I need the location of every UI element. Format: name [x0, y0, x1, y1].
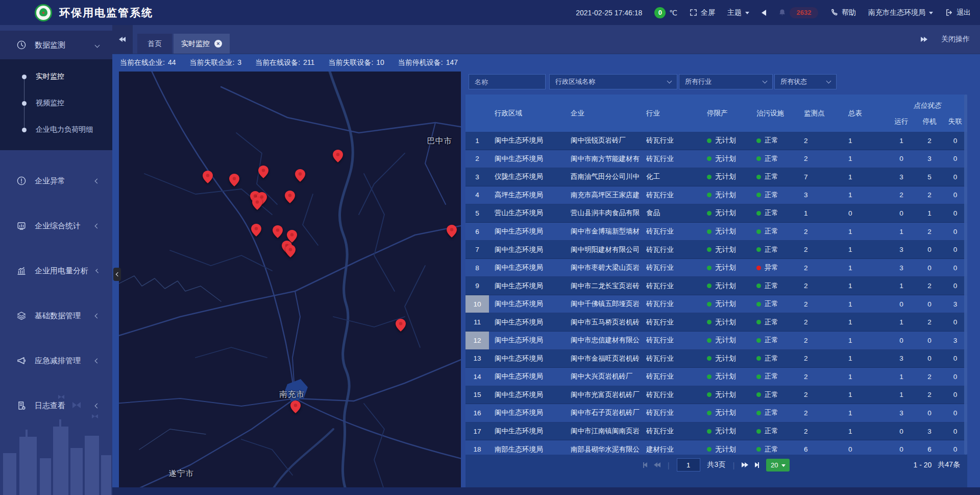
table-row[interactable]: 17阆中生态环境局阆中市江南镇阆南页岩砖瓦行业无计划正常21030: [465, 422, 967, 441]
name-search-input[interactable]: [469, 74, 546, 89]
map-pin-icon[interactable]: [273, 225, 283, 238]
map-pin-icon[interactable]: [295, 169, 305, 182]
close-operations-button[interactable]: 关闭操作: [941, 35, 970, 44]
sidebar-item-label: 企业异常: [35, 176, 87, 186]
table-row[interactable]: 1阆中生态环境局阆中强锐页岩砖厂砖瓦行业无计划正常21120: [465, 132, 967, 150]
table-row[interactable]: 12阆中生态环境局阆中市忠信建材有限公砖瓦行业无计划正常21003: [465, 332, 967, 350]
gauge-icon: [16, 40, 27, 50]
sidebar-item-2[interactable]: 企业综合统计: [0, 211, 112, 240]
cell-run: 2: [887, 186, 916, 204]
first-page-button[interactable]: [643, 462, 647, 468]
table-row[interactable]: 8阆中生态环境局阆中市枣碧大梁山页岩砖瓦行业无计划异常21300: [465, 259, 967, 277]
table-row[interactable]: 5营山生态环境局营山县润丰肉食品有限食品无计划正常10010: [465, 204, 967, 223]
notification-area[interactable]: 2632: [778, 7, 818, 18]
cell-run: 0: [887, 295, 916, 313]
table-row[interactable]: 15阆中生态环境局阆中市光富页岩机砖厂砖瓦行业无计划正常21120: [465, 386, 967, 405]
table-row[interactable]: 4高坪生态环境局南充市高坪区王家店建砖瓦行业无计划正常31220: [465, 186, 967, 205]
cell-facility-status: 正常: [751, 404, 798, 422]
sidebar-item-3[interactable]: 企业用电量分析: [0, 256, 112, 285]
table-row[interactable]: 9阆中生态环境局阆中市二龙长宝页岩砖砖瓦行业无计划正常21120: [465, 277, 967, 295]
map-pin-icon[interactable]: [258, 166, 268, 178]
map-panel[interactable]: 巴中市南充市遂宁市: [119, 72, 461, 487]
sidebar-item-4[interactable]: 基础数据管理: [0, 301, 112, 330]
sidebar-subitem[interactable]: 企业电力负荷明细: [0, 116, 112, 143]
tab-home[interactable]: 首页: [137, 34, 172, 54]
page-number-input[interactable]: [677, 458, 700, 472]
help-button[interactable]: 帮助: [830, 8, 856, 17]
cell-down: 2: [916, 386, 943, 404]
row-number: 15: [465, 386, 489, 404]
prev-page-button[interactable]: [654, 462, 660, 467]
cell-down: 0: [916, 350, 943, 368]
cell-lost: 0: [943, 204, 967, 222]
cell-industry: 食品: [641, 204, 701, 222]
cell-industry: 砖瓦行业: [641, 259, 701, 277]
table-row[interactable]: 10阆中生态环境局阆中千佛镇五郎垭页岩砖瓦行业无计划正常21003: [465, 295, 967, 314]
last-page-button[interactable]: [755, 462, 759, 468]
cell-company: 阆中市金福旺页岩机砖: [565, 350, 641, 368]
table-row[interactable]: 18南部生态环境局南部县砌华水泥有限公建材行业无计划正常60060: [465, 440, 967, 455]
table-row[interactable]: 16阆中生态环境局阆中市石子页岩机砖厂砖瓦行业无计划正常21300: [465, 404, 967, 422]
cell-monitor: 1: [798, 204, 843, 222]
page-size-select[interactable]: 20: [766, 459, 790, 472]
map-pin-icon[interactable]: [229, 174, 239, 186]
map-pin-icon[interactable]: [252, 197, 262, 210]
sidebar-item-6[interactable]: 日志查看: [0, 391, 112, 420]
table-row[interactable]: 6阆中生态环境局阆中市金博瑞新型墙材砖瓦行业无计划正常21120: [465, 223, 967, 241]
map-pin-icon[interactable]: [290, 400, 301, 413]
table-row[interactable]: 11阆中生态环境局阆中市五马桥页岩机砖砖瓦行业无计划正常21120: [465, 313, 967, 332]
industry-select[interactable]: 所有行业: [679, 74, 773, 89]
sidebar-item-1[interactable]: 企业异常: [0, 167, 112, 195]
table-row[interactable]: 2阆中生态环境局阆中市南方节能建材有砖瓦行业无计划正常21030: [465, 150, 967, 169]
sidebar-collapse-handle[interactable]: [113, 268, 121, 281]
cell-run: 3: [887, 259, 916, 277]
theme-dropdown[interactable]: 主题: [727, 8, 749, 17]
cell-region: 阆中生态环境局: [489, 422, 565, 440]
sidebar-subitem[interactable]: 实时监控: [0, 63, 112, 90]
table-scrollbar[interactable]: [964, 95, 967, 455]
status-label: 正常: [765, 191, 778, 200]
map-pin-icon[interactable]: [333, 150, 343, 162]
org-dropdown[interactable]: 南充市生态环境局: [868, 8, 933, 17]
map-pin-icon[interactable]: [285, 191, 295, 203]
map-pin-icon[interactable]: [285, 245, 296, 257]
fullscreen-button[interactable]: 全屏: [690, 8, 715, 17]
cell-industry: 砖瓦行业: [641, 241, 701, 258]
cell-meter: 1: [843, 150, 887, 168]
cell-lost: 0: [943, 259, 967, 277]
tabs-scroll-left-button[interactable]: [112, 25, 133, 54]
cell-industry: 砖瓦行业: [641, 313, 701, 331]
cell-lost: 0: [943, 277, 967, 295]
sidebar-item-5[interactable]: 应急减排管理: [0, 346, 112, 375]
map-pin-icon[interactable]: [203, 171, 213, 183]
stat-label: 当前失联设备:: [328, 58, 373, 67]
map-pin-icon[interactable]: [447, 225, 457, 238]
sidebar-subitem[interactable]: 视频监控: [0, 90, 112, 116]
table-row[interactable]: 14阆中生态环境局阆中大兴页岩机砖厂砖瓦行业无计划正常21120: [465, 368, 967, 386]
logout-button[interactable]: 退出: [945, 8, 971, 17]
cell-down: 0: [916, 404, 943, 422]
status-select[interactable]: 所有状态: [774, 74, 837, 89]
cell-industry: 砖瓦行业: [641, 186, 701, 204]
cell-stop-status: 无计划: [701, 132, 751, 150]
sidebar-item-label: 企业用电量分析: [35, 266, 88, 276]
map-pin-icon[interactable]: [251, 224, 261, 237]
cell-stop-status: 无计划: [701, 241, 751, 258]
voice-announce-button[interactable]: [762, 10, 766, 16]
status-label: 无计划: [715, 445, 736, 454]
status-ok-dot-icon: [756, 138, 761, 143]
tabs-scroll-right-button[interactable]: [921, 37, 927, 42]
status-ok-dot-icon: [756, 320, 761, 324]
tab-realtime-monitor[interactable]: 实时监控: [174, 34, 230, 54]
status-label: 无计划: [715, 263, 736, 272]
table-row[interactable]: 7阆中生态环境局阆中明阳建材有限公司砖瓦行业无计划正常21300: [465, 241, 967, 259]
close-tab-icon[interactable]: [214, 40, 222, 48]
sidebar-item-0[interactable]: 数据监测: [0, 31, 112, 59]
table-row[interactable]: 13阆中生态环境局阆中市金福旺页岩机砖砖瓦行业无计划正常21300: [465, 350, 967, 368]
next-page-button[interactable]: [742, 462, 748, 467]
table-row[interactable]: 3仪陇生态环境局西南油气田分公司川中化工无计划正常71350: [465, 168, 967, 186]
col-down: 停机: [916, 111, 943, 132]
datetime: 2021-02-25 17:46:18: [576, 9, 642, 17]
map-pin-icon[interactable]: [396, 319, 406, 332]
region-select[interactable]: 行政区域名称: [549, 74, 677, 89]
